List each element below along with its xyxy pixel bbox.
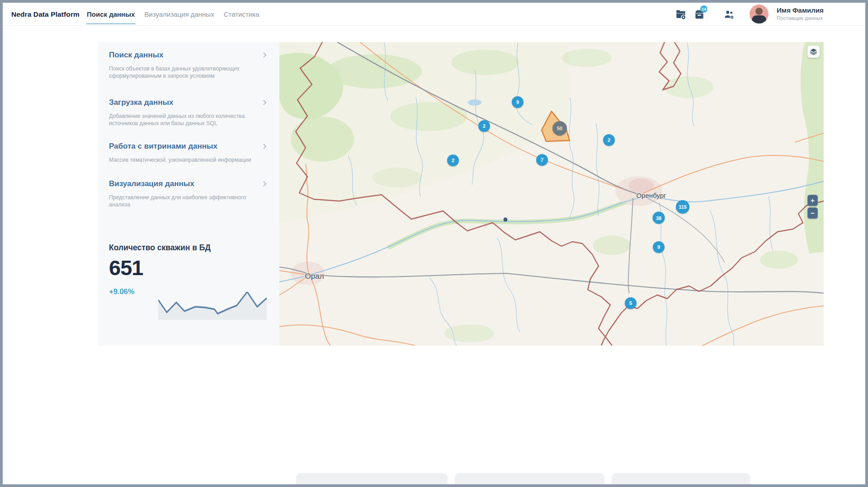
map-marker-layer: 92227115389550ОренбургОрал [279, 42, 824, 346]
app-window: Nedra Data Platform Поиск данных Визуали… [3, 3, 865, 484]
zoom-in-button[interactable]: + [807, 195, 818, 206]
zoom-out-button[interactable]: − [807, 207, 818, 219]
placeholder-card [612, 473, 750, 484]
folder-settings-icon[interactable] [675, 9, 687, 20]
avatar-head [755, 8, 763, 15]
user-role: Поставщик данных [777, 15, 824, 22]
menu-description: Массив тематической, узконаправленной ин… [109, 156, 255, 164]
tab-data-search[interactable]: Поиск данных [87, 3, 135, 26]
tab-data-visualization[interactable]: Визуализация данных [144, 3, 214, 26]
user-management-icon[interactable] [723, 9, 735, 20]
header-divider [707, 8, 708, 20]
map-cluster-marker[interactable]: 2 [447, 155, 459, 166]
stats-title: Количество скважин в БД [109, 243, 211, 253]
sidebar-item-data-visualization[interactable]: Визуализация данных Представление данных… [109, 178, 269, 208]
user-name: Имя Фамилия [777, 6, 824, 15]
chevron-right-icon [261, 143, 268, 150]
menu-description: Добавление значений данных из любого кол… [109, 112, 255, 127]
placeholder-card [296, 473, 448, 484]
tab-statistics[interactable]: Статистика [224, 3, 259, 26]
chevron-right-icon [261, 52, 268, 58]
placeholder-card [455, 473, 604, 484]
app-logo: Nedra Data Platform [11, 3, 80, 26]
map-zoom-controls: + − [807, 195, 818, 219]
map-polygon-cluster-marker[interactable]: 50 [552, 121, 567, 136]
map-cluster-marker[interactable]: 2 [603, 134, 615, 146]
map-point-marker[interactable] [504, 218, 508, 222]
map-cluster-marker[interactable]: 115 [676, 200, 689, 214]
notification-badge: 14 [700, 5, 708, 13]
stats-value: 651 [109, 255, 143, 280]
map-city-label: Оренбург [637, 192, 643, 198]
map-cluster-marker[interactable]: 9 [653, 241, 665, 253]
map-cluster-marker[interactable]: 2 [478, 120, 490, 132]
menu-title: Визуализация данных [109, 178, 269, 189]
map-cluster-marker[interactable]: 9 [512, 96, 524, 108]
map-cluster-marker[interactable]: 38 [653, 212, 665, 224]
sidebar-item-data-upload[interactable]: Загрузка данных Добавление значений данн… [109, 97, 269, 127]
menu-description: Представление данных для наиболее эффект… [109, 194, 255, 208]
map-layers-button[interactable] [807, 46, 820, 58]
layers-icon [810, 48, 817, 56]
map-cluster-marker[interactable]: 7 [536, 154, 548, 166]
map-city-label: Орал [305, 272, 313, 280]
menu-title: Работа с витринами данных [109, 141, 269, 152]
sidebar: Поиск данных Поиск объектов в базах данн… [98, 42, 279, 346]
main-tabs: Поиск данных Визуализация данных Статист… [87, 3, 259, 26]
sidebar-item-data-search[interactable]: Поиск данных Поиск объектов в базах данн… [109, 50, 269, 80]
avatar-body [752, 15, 766, 23]
user-info[interactable]: Имя Фамилия Поставщик данных [777, 6, 824, 22]
screenshot-frame: Nedra Data Platform Поиск данных Визуали… [0, 0, 868, 487]
menu-description: Поиск объектов в базах данных удовлетвор… [109, 65, 255, 80]
map-cluster-marker[interactable]: 5 [625, 297, 637, 309]
stats-sparkline [158, 292, 267, 320]
chevron-right-icon [261, 181, 268, 187]
chevron-right-icon [261, 99, 268, 106]
menu-title: Загрузка данных [109, 97, 269, 108]
menu-title: Поиск данных [109, 50, 269, 61]
sidebar-item-data-marts[interactable]: Работа с витринами данных Массив тематич… [109, 141, 269, 164]
stats-change: +9.06% [109, 287, 134, 296]
top-navbar: Nedra Data Platform Поиск данных Визуали… [3, 3, 865, 26]
user-avatar[interactable] [750, 5, 769, 23]
map[interactable]: 92227115389550ОренбургОрал + − [279, 42, 824, 346]
